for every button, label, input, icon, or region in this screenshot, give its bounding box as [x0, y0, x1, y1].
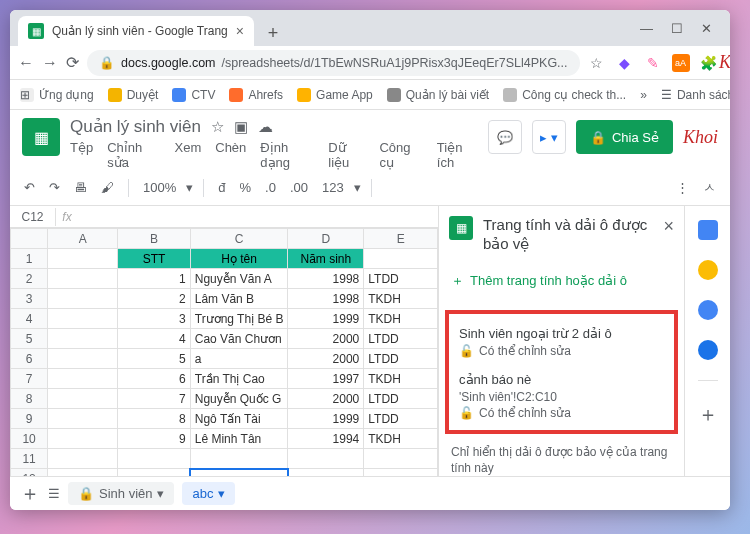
menu-view[interactable]: Xem	[175, 140, 202, 170]
panel-close-icon[interactable]: ×	[663, 216, 674, 237]
menu-edit[interactable]: Chỉnh sửa	[107, 140, 160, 170]
address-bar: ← → ⟳ 🔒 docs.google.com/spreadsheets/d/1…	[10, 46, 730, 80]
star-outline-icon[interactable]: ☆	[211, 118, 224, 136]
toolbar: ↶ ↷ 🖶 🖌 100%▾ đ % .0 .00 123▾ ⋮ ㅅ	[10, 170, 730, 206]
close-tab-icon[interactable]: ×	[236, 23, 244, 39]
tasks-icon[interactable]	[698, 300, 718, 320]
user-avatar[interactable]: Khoi	[683, 127, 718, 148]
menubar: Tệp Chỉnh sửa Xem Chèn Định dạng Dữ liệu…	[70, 140, 478, 170]
dec-decrease[interactable]: .0	[261, 178, 280, 197]
side-rail: ＋	[684, 206, 730, 476]
document-title[interactable]: Quản lý sinh viên	[70, 116, 201, 137]
bookmark-item[interactable]: Ahrefs	[229, 88, 283, 102]
percent-button[interactable]: %	[235, 178, 255, 197]
ext-icon[interactable]: ✎	[644, 54, 662, 72]
apps-button[interactable]: ⊞Ứng dụng	[20, 88, 94, 102]
bookmark-item[interactable]: Công cụ check th...	[503, 88, 626, 102]
star-icon[interactable]: ☆	[588, 54, 606, 72]
window-controls: — ☐ ✕	[630, 10, 722, 46]
redo-icon[interactable]: ↷	[45, 178, 64, 197]
menu-insert[interactable]: Chèn	[215, 140, 246, 170]
browser-window: ▦ Quản lý sinh viên - Google Trang × + —…	[10, 10, 730, 510]
print-icon[interactable]: 🖶	[70, 178, 91, 197]
browser-tab[interactable]: ▦ Quản lý sinh viên - Google Trang ×	[18, 16, 254, 46]
lock-open-icon: 🔓	[459, 406, 474, 420]
menu-format[interactable]: Định dạng	[260, 140, 314, 170]
menu-file[interactable]: Tệp	[70, 140, 93, 170]
panel-logo-icon: ▦	[449, 216, 473, 240]
ext-icon[interactable]: aA	[672, 54, 690, 72]
fx-label: fx	[56, 210, 78, 224]
add-range-button[interactable]: ＋ Thêm trang tính hoặc dải ô	[439, 264, 684, 298]
tab-title: Quản lý sinh viên - Google Trang	[52, 24, 228, 38]
main-area: C12 fx ABCDE1STTHọ tênNăm sinh21Nguyễn V…	[10, 206, 730, 476]
contacts-icon[interactable]	[698, 340, 718, 360]
grid[interactable]: ABCDE1STTHọ tênNăm sinh21Nguyễn Văn A199…	[10, 228, 438, 476]
more-formats[interactable]: 123	[318, 178, 348, 197]
url-field[interactable]: 🔒 docs.google.com/spreadsheets/d/1TbEwNS…	[87, 50, 580, 76]
bookmark-item[interactable]: CTV	[172, 88, 215, 102]
bookmark-item[interactable]: Quản lý bài viết	[387, 88, 489, 102]
add-addon-icon[interactable]: ＋	[698, 401, 718, 428]
sheet-tab-active[interactable]: abc ▾	[182, 482, 235, 505]
formula-bar: C12 fx	[10, 206, 438, 228]
panel-note: Chỉ hiển thị dải ô được bảo vệ của trang…	[439, 438, 684, 477]
minimize-icon[interactable]: —	[640, 21, 653, 36]
titlebar: ▦ Quản lý sinh viên - Google Trang × + —…	[10, 10, 730, 46]
url-domain: docs.google.com	[121, 56, 216, 70]
ext-icon[interactable]: ◆	[616, 54, 634, 72]
zoom-select[interactable]: 100%	[139, 178, 180, 197]
menu-extensions[interactable]: Tiện ích	[437, 140, 478, 170]
add-sheet-button[interactable]: ＋	[20, 480, 40, 507]
paint-icon[interactable]: 🖌	[97, 178, 118, 197]
maximize-icon[interactable]: ☐	[671, 21, 683, 36]
cloud-icon[interactable]: ☁	[258, 118, 273, 136]
currency-button[interactable]: đ	[214, 178, 229, 197]
close-window-icon[interactable]: ✕	[701, 21, 712, 36]
menu-tools[interactable]: Công cụ	[379, 140, 422, 170]
comments-button[interactable]: 💬	[488, 120, 522, 154]
dec-increase[interactable]: .00	[286, 178, 312, 197]
sheet-area: C12 fx ABCDE1STTHọ tênNăm sinh21Nguyễn V…	[10, 206, 438, 476]
protect-panel: ▦ Trang tính và dải ô được bảo vệ × ＋ Th…	[438, 206, 684, 476]
keep-icon[interactable]	[698, 260, 718, 280]
bookmark-item[interactable]: Duyệt	[108, 88, 159, 102]
toolbar-more-icon[interactable]: ⋮	[672, 178, 693, 197]
present-button[interactable]: ▸ ▾	[532, 120, 566, 154]
share-button[interactable]: 🔒 Chia Sẻ	[576, 120, 673, 154]
protected-range-item[interactable]: Sinh viên ngoại trừ 2 dải ô 🔓Có thể chỉn…	[455, 322, 668, 368]
calendar-icon[interactable]	[698, 220, 718, 240]
reading-list[interactable]: ☰Danh sách đọc	[661, 88, 730, 102]
protected-range-item[interactable]: cảnh báo nè 'Sinh viên'!C2:C10 🔓Có thể c…	[455, 368, 668, 422]
sheet-tab[interactable]: 🔒 Sinh viên ▾	[68, 482, 174, 505]
name-box[interactable]: C12	[10, 208, 56, 226]
lock-open-icon: 🔓	[459, 344, 474, 358]
ext-icon[interactable]: 🧩	[700, 54, 718, 72]
back-icon[interactable]: ←	[18, 54, 34, 72]
menu-data[interactable]: Dữ liệu	[328, 140, 365, 170]
app-header: ▦ Quản lý sinh viên ☆ ▣ ☁ Tệp Chỉnh sửa …	[10, 110, 730, 170]
all-sheets-button[interactable]: ☰	[48, 486, 60, 501]
lock-icon: 🔒	[99, 55, 115, 70]
forward-icon[interactable]: →	[42, 54, 58, 72]
highlighted-ranges: Sinh viên ngoại trừ 2 dải ô 🔓Có thể chỉn…	[445, 310, 678, 434]
url-path: /spreadsheets/d/1TbEwNSRuA1j9PRisx3qJEeq…	[222, 56, 568, 70]
sheet-tabs-bar: ＋ ☰ 🔒 Sinh viên ▾ abc ▾	[10, 476, 730, 510]
extension-icons: ☆ ◆ ✎ aA 🧩 Khoi ⋮	[588, 54, 730, 72]
undo-icon[interactable]: ↶	[20, 178, 39, 197]
reload-icon[interactable]: ⟳	[66, 53, 79, 72]
sheets-favicon: ▦	[28, 23, 44, 39]
bookmark-item[interactable]: Game App	[297, 88, 373, 102]
bookmarks-bar: ⊞Ứng dụng Duyệt CTV Ahrefs Game App Quản…	[10, 80, 730, 110]
profile-avatar[interactable]: Khoi	[728, 54, 730, 72]
collapse-icon[interactable]: ㅅ	[699, 177, 720, 199]
sheets-logo[interactable]: ▦	[22, 118, 60, 156]
move-icon[interactable]: ▣	[234, 118, 248, 136]
new-tab-button[interactable]: +	[260, 20, 286, 46]
panel-title: Trang tính và dải ô được bảo vệ	[483, 216, 653, 254]
